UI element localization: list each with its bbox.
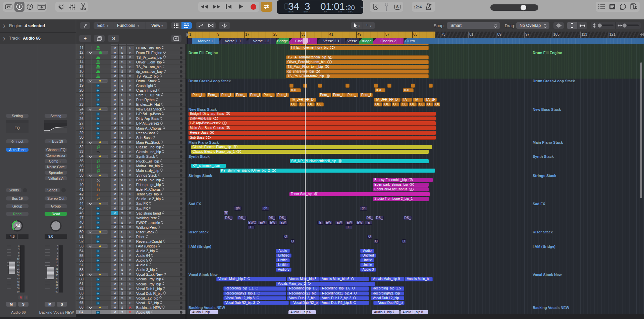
svg-text:-64: -64	[14, 224, 20, 228]
